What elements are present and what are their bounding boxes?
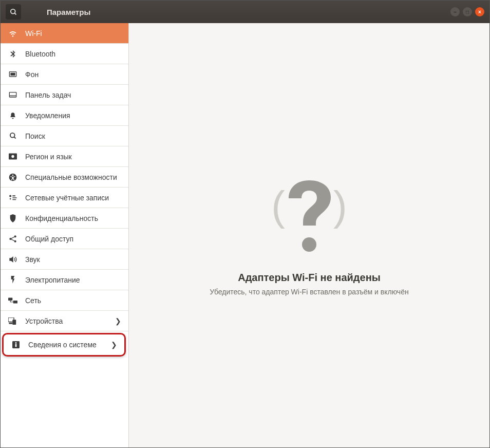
settings-window: Параметры – □ × Wi-FiBluetoothФонПанель … xyxy=(0,0,490,448)
accounts-icon xyxy=(8,194,18,201)
devices-icon xyxy=(8,318,18,325)
svg-point-6 xyxy=(10,133,14,138)
share-icon xyxy=(8,235,18,243)
sidebar-item-label: Специальные возможности xyxy=(25,173,121,181)
sidebar-item-label: Поиск xyxy=(25,132,121,140)
close-button[interactable]: × xyxy=(475,7,484,16)
chevron-right-icon: ❯ xyxy=(111,341,117,349)
svg-rect-19 xyxy=(8,297,12,301)
svg-point-9 xyxy=(11,155,14,158)
svg-line-7 xyxy=(14,137,15,138)
content-pane: ( ) Адаптеры Wi-Fi не найдены Убедитесь,… xyxy=(129,23,489,447)
sidebar-item-label: Панель задач xyxy=(25,91,121,99)
svg-point-11 xyxy=(12,174,14,176)
sidebar-item-accounts[interactable]: Сетевые учётные записи xyxy=(1,188,128,208)
sidebar-item-label: Звук xyxy=(25,255,121,264)
sidebar-item-sound[interactable]: Звук xyxy=(1,249,128,270)
sidebar-item-region[interactable]: Регион и язык xyxy=(1,146,128,167)
chevron-right-icon: ❯ xyxy=(115,317,121,325)
sidebar-item-wifi[interactable]: Wi-Fi xyxy=(1,23,128,44)
window-controls: – □ × xyxy=(450,7,484,16)
svg-rect-4 xyxy=(9,92,16,97)
sidebar-item-label: Сеть xyxy=(25,296,121,305)
sidebar-item-devices[interactable]: Устройства❯ xyxy=(1,311,128,331)
sidebar-item-label: Общий доступ xyxy=(25,235,121,243)
empty-state-graphic: ( ) xyxy=(275,175,343,257)
question-mark-icon xyxy=(281,175,337,257)
background-icon xyxy=(8,71,18,78)
sidebar-item-label: Wi-Fi xyxy=(25,29,121,38)
svg-rect-3 xyxy=(11,73,15,75)
svg-point-12 xyxy=(9,195,11,197)
sidebar-item-bell[interactable]: Уведомления xyxy=(1,105,128,126)
sidebar-item-label: Фон xyxy=(25,70,121,79)
sidebar-item-share[interactable]: Общий доступ xyxy=(1,229,128,249)
sidebar-item-background[interactable]: Фон xyxy=(1,64,128,85)
svg-line-1 xyxy=(14,13,16,14)
sidebar-item-label: Регион и язык xyxy=(25,153,121,161)
network-icon xyxy=(8,297,18,304)
highlighted-item: Сведения о системе❯ xyxy=(2,333,126,357)
wifi-icon xyxy=(8,29,18,38)
empty-state-subtitle: Убедитесь, что адаптер Wi-Fi вставлен в … xyxy=(210,288,408,296)
dock-icon xyxy=(8,91,18,99)
sidebar-item-label: Сетевые учётные записи xyxy=(25,194,121,202)
sidebar-item-label: Устройства xyxy=(25,317,115,325)
svg-rect-22 xyxy=(12,320,16,325)
minimize-button[interactable]: – xyxy=(450,7,460,16)
svg-point-13 xyxy=(10,198,11,199)
sidebar-item-label: Уведомления xyxy=(25,111,121,120)
sidebar-item-bluetooth[interactable]: Bluetooth xyxy=(1,44,128,64)
search-button[interactable] xyxy=(6,4,21,20)
region-icon xyxy=(8,153,18,160)
window-title: Параметры xyxy=(47,8,90,16)
search-icon xyxy=(8,132,18,140)
sidebar-item-privacy[interactable]: Конфиденциальность xyxy=(1,208,128,229)
svg-point-27 xyxy=(302,237,316,252)
bluetooth-icon xyxy=(8,50,18,58)
privacy-icon xyxy=(8,214,18,222)
sidebar-item-label: Конфиденциальность xyxy=(25,214,121,222)
svg-rect-26 xyxy=(15,344,17,347)
sidebar-item-label: Сведения о системе xyxy=(28,341,111,349)
svg-point-25 xyxy=(15,342,17,344)
sidebar-item-accessibility[interactable]: Специальные возможности xyxy=(1,167,128,188)
svg-point-0 xyxy=(10,9,15,13)
info-icon xyxy=(11,341,21,348)
bell-icon xyxy=(8,111,18,120)
sidebar-item-info[interactable]: Сведения о системе❯ xyxy=(4,334,124,355)
window-body: Wi-FiBluetoothФонПанель задачУведомления… xyxy=(1,23,489,447)
sidebar-item-dock[interactable]: Панель задач xyxy=(1,85,128,105)
sidebar-item-label: Электропитание xyxy=(25,276,121,284)
empty-state-title: Адаптеры Wi-Fi не найдены xyxy=(238,272,381,284)
accessibility-icon xyxy=(8,173,18,181)
sidebar-item-search[interactable]: Поиск xyxy=(1,126,128,146)
paren-right-icon: ) xyxy=(333,182,347,230)
power-icon xyxy=(8,276,18,284)
paren-left-icon: ( xyxy=(271,182,285,230)
sidebar: Wi-FiBluetoothФонПанель задачУведомления… xyxy=(1,23,129,447)
sidebar-item-label: Bluetooth xyxy=(25,50,121,58)
svg-rect-23 xyxy=(9,322,12,324)
maximize-button[interactable]: □ xyxy=(463,7,472,16)
sound-icon xyxy=(8,256,18,263)
title-bar: Параметры – □ × xyxy=(1,1,489,23)
sidebar-item-power[interactable]: Электропитание xyxy=(1,270,128,290)
sidebar-item-network[interactable]: Сеть xyxy=(1,290,128,311)
